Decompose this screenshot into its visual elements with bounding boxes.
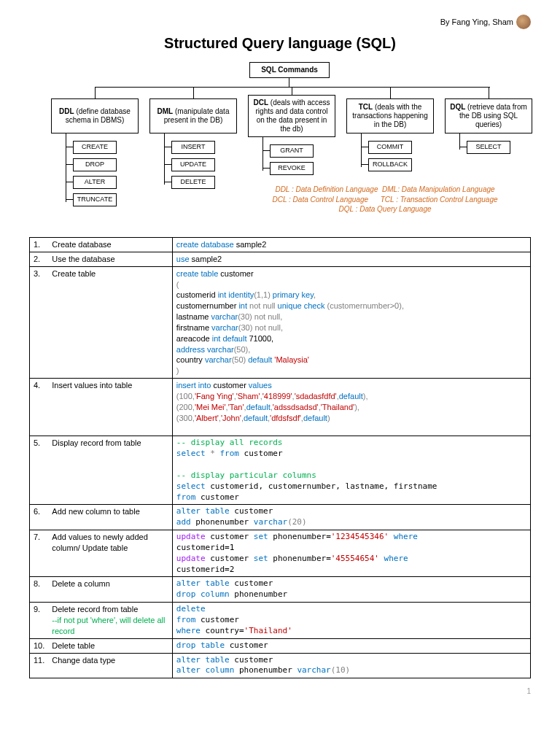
code-cell: insert into customer values (100,'Fang Y…: [172, 379, 530, 436]
table-row: 5. Display record from table -- display …: [30, 436, 531, 505]
code-cell: drop table customer: [172, 638, 530, 653]
cat-dql: DQL (retrieve data from the DB using SQL…: [445, 98, 532, 133]
table-row: 11. Change data type alter table custome…: [30, 653, 531, 678]
code-cell: delete from customer where country='Thai…: [172, 603, 530, 639]
table-row: 7. Add values to newly added column/ Upd…: [30, 530, 531, 577]
code-cell: -- display all records select * from cus…: [172, 436, 530, 505]
cmd-insert: INSERT: [171, 141, 215, 154]
cmd-commit: COMMIT: [368, 141, 412, 154]
avatar: [516, 15, 531, 29]
sql-reference-table: 1. Create database create database sampl…: [29, 237, 531, 678]
cmd-create: CREATE: [73, 141, 117, 154]
code-cell: create table customer ( customerid int i…: [172, 266, 530, 378]
table-row: 1. Create database create database sampl…: [30, 238, 531, 252]
byline-text: By Fang Ying, Sham: [440, 18, 513, 26]
diagram-legend: DDL : Data Definition Language DML: Data…: [261, 185, 509, 214]
cat-tcl: TCL (deals with the transactions happeni…: [346, 98, 434, 133]
diagram-root: SQL Commands: [249, 62, 330, 78]
table-row: 6. Add new column to table alter table c…: [30, 505, 531, 530]
byline: By Fang Ying, Sham: [29, 15, 531, 29]
table-row: 3. Create table create table customer ( …: [30, 266, 531, 378]
code-cell: alter table customer add phonenumber var…: [172, 505, 530, 530]
cmd-alter: ALTER: [73, 176, 117, 189]
cmd-update: UPDATE: [171, 158, 215, 171]
sql-commands-diagram: SQL Commands DDL (define database schema…: [29, 62, 531, 230]
cmd-truncate: TRUNCATE: [73, 193, 117, 206]
table-row: 10. Delete table drop table customer: [30, 638, 531, 653]
table-row: 4. Insert values into table insert into …: [30, 379, 531, 436]
cmd-delete: DELETE: [171, 176, 215, 189]
table-row: 2. Use the database use sample2: [30, 252, 531, 266]
cmd-drop: DROP: [73, 158, 117, 171]
code-cell: use sample2: [172, 252, 530, 266]
cat-dcl: DCL (deals with access rights and data c…: [248, 95, 335, 137]
cat-ddl: DDL (define database schema in DBMS): [51, 98, 139, 133]
cmd-select: SELECT: [467, 141, 510, 154]
code-cell: create database sample2: [172, 238, 530, 252]
code-cell: alter table customer alter column phonen…: [172, 653, 530, 678]
table-row: 8. Delete a column alter table customer …: [30, 577, 531, 603]
table-row: 9. Delete record from table--if not put …: [30, 603, 531, 639]
code-cell: update customer set phonenumber='1234545…: [172, 530, 530, 577]
page-title: Structured Query language (SQL): [29, 35, 531, 52]
cmd-grant: GRANT: [270, 144, 314, 158]
cat-dml: DML (manipulate data present in the DB): [149, 98, 237, 133]
cmd-rollback: ROLLBACK: [368, 158, 412, 171]
code-cell: alter table customer drop column phonenu…: [172, 577, 530, 603]
cmd-revoke: REVOKE: [270, 162, 314, 175]
page-number: 1: [29, 687, 531, 695]
